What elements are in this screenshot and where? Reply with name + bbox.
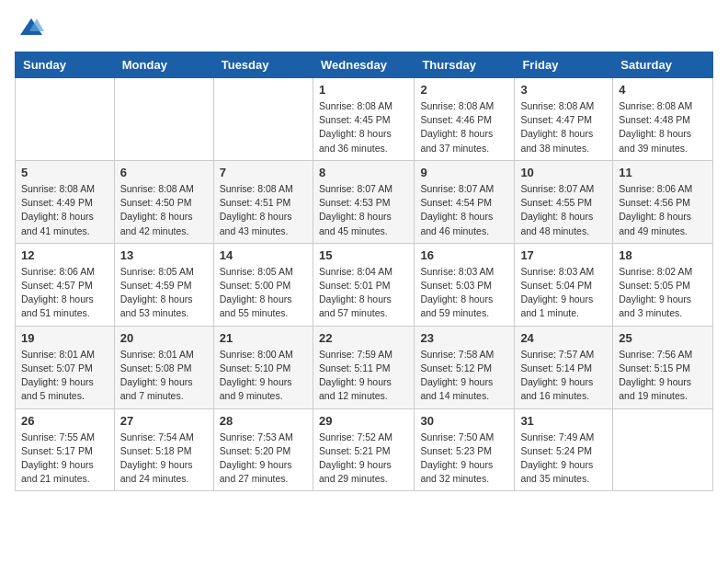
calendar-header-row: SundayMondayTuesdayWednesdayThursdayFrid… bbox=[16, 52, 713, 78]
day-number: 27 bbox=[120, 414, 208, 428]
weekday-header: Wednesday bbox=[313, 52, 414, 78]
calendar-cell: 16Sunrise: 8:03 AMSunset: 5:03 PMDayligh… bbox=[415, 243, 515, 326]
day-info: Sunrise: 8:02 AMSunset: 5:05 PMDaylight:… bbox=[619, 265, 707, 321]
calendar-cell: 23Sunrise: 7:58 AMSunset: 5:12 PMDayligh… bbox=[415, 326, 515, 408]
day-number: 21 bbox=[220, 331, 307, 345]
day-number: 15 bbox=[319, 248, 408, 262]
calendar-cell: 4Sunrise: 8:08 AMSunset: 4:48 PMDaylight… bbox=[613, 78, 713, 161]
calendar-cell: 8Sunrise: 8:07 AMSunset: 4:53 PMDaylight… bbox=[313, 160, 414, 243]
day-number: 7 bbox=[220, 166, 307, 179]
weekday-header: Thursday bbox=[415, 52, 515, 78]
page-header bbox=[15, 15, 713, 40]
day-number: 30 bbox=[420, 414, 508, 428]
day-info: Sunrise: 8:00 AMSunset: 5:10 PMDaylight:… bbox=[220, 348, 307, 404]
day-number: 22 bbox=[319, 331, 408, 345]
day-number: 31 bbox=[520, 414, 607, 428]
day-number: 10 bbox=[520, 166, 607, 179]
calendar-cell: 18Sunrise: 8:02 AMSunset: 5:05 PMDayligh… bbox=[613, 243, 713, 326]
day-number: 13 bbox=[120, 248, 208, 262]
day-number: 29 bbox=[319, 414, 408, 428]
calendar-cell: 17Sunrise: 8:03 AMSunset: 5:04 PMDayligh… bbox=[515, 243, 613, 326]
logo-icon bbox=[18, 15, 44, 40]
day-info: Sunrise: 7:49 AMSunset: 5:24 PMDaylight:… bbox=[520, 431, 607, 487]
day-info: Sunrise: 8:04 AMSunset: 5:01 PMDaylight:… bbox=[319, 265, 408, 321]
day-info: Sunrise: 8:05 AMSunset: 5:00 PMDaylight:… bbox=[220, 265, 307, 321]
day-info: Sunrise: 8:08 AMSunset: 4:50 PMDaylight:… bbox=[120, 182, 208, 238]
calendar-cell bbox=[16, 78, 115, 161]
day-info: Sunrise: 8:08 AMSunset: 4:51 PMDaylight:… bbox=[220, 182, 307, 238]
calendar-cell: 9Sunrise: 8:07 AMSunset: 4:54 PMDaylight… bbox=[415, 160, 515, 243]
logo bbox=[15, 15, 44, 40]
day-info: Sunrise: 8:08 AMSunset: 4:45 PMDaylight:… bbox=[319, 99, 408, 155]
day-number: 19 bbox=[21, 331, 108, 345]
day-number: 17 bbox=[520, 248, 607, 262]
calendar-cell bbox=[613, 408, 713, 491]
day-info: Sunrise: 8:03 AMSunset: 5:03 PMDaylight:… bbox=[420, 265, 508, 321]
calendar-cell: 13Sunrise: 8:05 AMSunset: 4:59 PMDayligh… bbox=[114, 243, 213, 326]
calendar-cell bbox=[114, 78, 213, 161]
day-info: Sunrise: 8:08 AMSunset: 4:47 PMDaylight:… bbox=[520, 99, 607, 155]
day-number: 9 bbox=[420, 166, 508, 179]
calendar-cell: 12Sunrise: 8:06 AMSunset: 4:57 PMDayligh… bbox=[16, 243, 115, 326]
day-info: Sunrise: 7:56 AMSunset: 5:15 PMDaylight:… bbox=[619, 348, 707, 404]
day-number: 25 bbox=[619, 331, 707, 345]
day-info: Sunrise: 7:58 AMSunset: 5:12 PMDaylight:… bbox=[420, 348, 508, 404]
weekday-header: Tuesday bbox=[213, 52, 313, 78]
weekday-header: Monday bbox=[114, 52, 213, 78]
weekday-header: Saturday bbox=[613, 52, 713, 78]
day-number: 28 bbox=[220, 414, 307, 428]
day-number: 14 bbox=[220, 248, 307, 262]
day-info: Sunrise: 8:08 AMSunset: 4:46 PMDaylight:… bbox=[420, 99, 508, 155]
calendar-cell: 14Sunrise: 8:05 AMSunset: 5:00 PMDayligh… bbox=[213, 243, 313, 326]
day-info: Sunrise: 8:08 AMSunset: 4:48 PMDaylight:… bbox=[619, 99, 707, 155]
day-number: 16 bbox=[420, 248, 508, 262]
calendar-cell: 10Sunrise: 8:07 AMSunset: 4:55 PMDayligh… bbox=[515, 160, 613, 243]
day-number: 8 bbox=[319, 166, 408, 179]
day-info: Sunrise: 7:54 AMSunset: 5:18 PMDaylight:… bbox=[120, 431, 208, 487]
day-info: Sunrise: 8:07 AMSunset: 4:54 PMDaylight:… bbox=[420, 182, 508, 238]
day-info: Sunrise: 7:57 AMSunset: 5:14 PMDaylight:… bbox=[520, 348, 607, 404]
day-info: Sunrise: 8:03 AMSunset: 5:04 PMDaylight:… bbox=[520, 265, 607, 321]
calendar-week-row: 5Sunrise: 8:08 AMSunset: 4:49 PMDaylight… bbox=[16, 160, 713, 243]
calendar-cell: 24Sunrise: 7:57 AMSunset: 5:14 PMDayligh… bbox=[515, 326, 613, 408]
day-info: Sunrise: 8:06 AMSunset: 4:57 PMDaylight:… bbox=[21, 265, 108, 321]
day-number: 5 bbox=[21, 166, 108, 179]
day-number: 1 bbox=[319, 83, 408, 97]
day-info: Sunrise: 8:01 AMSunset: 5:07 PMDaylight:… bbox=[21, 348, 108, 404]
calendar-cell: 15Sunrise: 8:04 AMSunset: 5:01 PMDayligh… bbox=[313, 243, 414, 326]
calendar-cell: 21Sunrise: 8:00 AMSunset: 5:10 PMDayligh… bbox=[213, 326, 313, 408]
day-number: 24 bbox=[520, 331, 607, 345]
calendar-cell: 7Sunrise: 8:08 AMSunset: 4:51 PMDaylight… bbox=[213, 160, 313, 243]
day-info: Sunrise: 7:50 AMSunset: 5:23 PMDaylight:… bbox=[420, 431, 508, 487]
calendar-cell: 19Sunrise: 8:01 AMSunset: 5:07 PMDayligh… bbox=[16, 326, 115, 408]
day-info: Sunrise: 8:05 AMSunset: 4:59 PMDaylight:… bbox=[120, 265, 208, 321]
calendar-cell: 6Sunrise: 8:08 AMSunset: 4:50 PMDaylight… bbox=[114, 160, 213, 243]
calendar-cell bbox=[213, 78, 313, 161]
calendar-table: SundayMondayTuesdayWednesdayThursdayFrid… bbox=[15, 52, 713, 491]
weekday-header: Friday bbox=[515, 52, 613, 78]
calendar-cell: 27Sunrise: 7:54 AMSunset: 5:18 PMDayligh… bbox=[114, 408, 213, 491]
day-number: 26 bbox=[21, 414, 108, 428]
calendar-week-row: 19Sunrise: 8:01 AMSunset: 5:07 PMDayligh… bbox=[16, 326, 713, 408]
calendar-week-row: 26Sunrise: 7:55 AMSunset: 5:17 PMDayligh… bbox=[16, 408, 713, 491]
day-info: Sunrise: 7:53 AMSunset: 5:20 PMDaylight:… bbox=[220, 431, 307, 487]
calendar-week-row: 12Sunrise: 8:06 AMSunset: 4:57 PMDayligh… bbox=[16, 243, 713, 326]
day-info: Sunrise: 8:01 AMSunset: 5:08 PMDaylight:… bbox=[120, 348, 208, 404]
day-number: 4 bbox=[619, 83, 707, 97]
calendar-week-row: 1Sunrise: 8:08 AMSunset: 4:45 PMDaylight… bbox=[16, 78, 713, 161]
day-info: Sunrise: 8:07 AMSunset: 4:55 PMDaylight:… bbox=[520, 182, 607, 238]
calendar-cell: 20Sunrise: 8:01 AMSunset: 5:08 PMDayligh… bbox=[114, 326, 213, 408]
day-number: 18 bbox=[619, 248, 707, 262]
day-info: Sunrise: 8:08 AMSunset: 4:49 PMDaylight:… bbox=[21, 182, 108, 238]
day-number: 12 bbox=[21, 248, 108, 262]
calendar-cell: 26Sunrise: 7:55 AMSunset: 5:17 PMDayligh… bbox=[16, 408, 115, 491]
calendar-cell: 28Sunrise: 7:53 AMSunset: 5:20 PMDayligh… bbox=[213, 408, 313, 491]
day-number: 23 bbox=[420, 331, 508, 345]
calendar-cell: 1Sunrise: 8:08 AMSunset: 4:45 PMDaylight… bbox=[313, 78, 414, 161]
calendar-cell: 22Sunrise: 7:59 AMSunset: 5:11 PMDayligh… bbox=[313, 326, 414, 408]
day-info: Sunrise: 7:59 AMSunset: 5:11 PMDaylight:… bbox=[319, 348, 408, 404]
day-number: 3 bbox=[520, 83, 607, 97]
calendar-cell: 30Sunrise: 7:50 AMSunset: 5:23 PMDayligh… bbox=[415, 408, 515, 491]
calendar-cell: 31Sunrise: 7:49 AMSunset: 5:24 PMDayligh… bbox=[515, 408, 613, 491]
day-number: 11 bbox=[619, 166, 707, 179]
